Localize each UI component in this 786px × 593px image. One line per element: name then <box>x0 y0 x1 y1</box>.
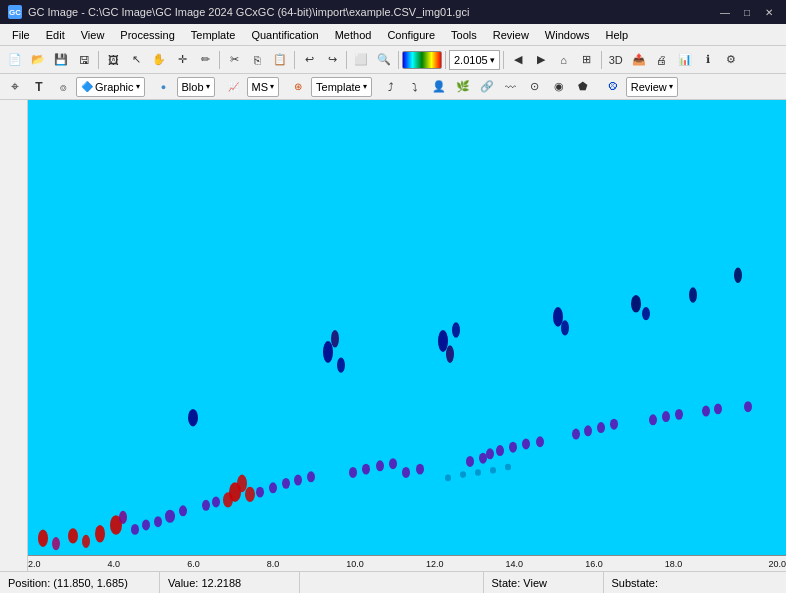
x-label-6: 14.0 <box>506 559 524 569</box>
menu-item-help[interactable]: Help <box>597 24 636 45</box>
x-axis-bar: 2.0 4.0 6.0 8.0 10.0 12.0 14.0 16.0 18.0… <box>28 555 786 571</box>
undo-button[interactable]: ↩ <box>298 49 320 71</box>
tb-btn-8[interactable]: ◉ <box>548 76 570 98</box>
new-button[interactable]: 📄 <box>4 49 26 71</box>
menu-item-view[interactable]: View <box>73 24 113 45</box>
crosshair-button[interactable]: ✛ <box>171 49 193 71</box>
menu-item-review[interactable]: Review <box>485 24 537 45</box>
minimize-button[interactable]: — <box>716 5 734 19</box>
template-icon[interactable]: ⊛ <box>287 76 309 98</box>
svg-point-61 <box>460 471 466 478</box>
3d-button[interactable]: 3D <box>605 49 627 71</box>
save-as-button[interactable]: 🖫 <box>73 49 95 71</box>
svg-point-57 <box>714 403 722 414</box>
separator-t1 <box>147 76 151 98</box>
svg-point-28 <box>349 467 357 478</box>
cursor-tool[interactable]: ⌖ <box>4 76 26 98</box>
separator-5 <box>398 51 399 69</box>
menu-item-windows[interactable]: Windows <box>537 24 598 45</box>
forward-button[interactable]: ▶ <box>530 49 552 71</box>
separator-3 <box>294 51 295 69</box>
tb-btn-9[interactable]: ⬟ <box>572 76 594 98</box>
tb-btn-7[interactable]: ⊙ <box>524 76 546 98</box>
menu-item-method[interactable]: Method <box>327 24 380 45</box>
menu-item-template[interactable]: Template <box>183 24 244 45</box>
hand-button[interactable]: ✋ <box>148 49 170 71</box>
svg-point-35 <box>446 345 454 363</box>
tb-btn-5[interactable]: 🔗 <box>476 76 498 98</box>
copy-button[interactable]: ⎘ <box>246 49 268 71</box>
template-group[interactable]: Template ▾ <box>311 77 372 97</box>
pencil-button[interactable]: ✏ <box>194 49 216 71</box>
x-label-4: 10.0 <box>346 559 364 569</box>
report-button[interactable]: 📊 <box>674 49 696 71</box>
print-button[interactable]: 🖨 <box>651 49 673 71</box>
close-button[interactable]: ✕ <box>760 5 778 19</box>
svg-point-47 <box>584 425 592 436</box>
svg-point-40 <box>496 445 504 456</box>
menu-item-processing[interactable]: Processing <box>112 24 182 45</box>
settings-button[interactable]: ⚙ <box>720 49 742 71</box>
substate-label: Substate: <box>612 577 658 589</box>
redo-button[interactable]: ↪ <box>321 49 343 71</box>
x-label-2: 6.0 <box>187 559 200 569</box>
svg-point-4 <box>82 535 90 548</box>
review-group[interactable]: Review ▾ <box>626 77 678 97</box>
y-axis-ruler <box>0 100 28 571</box>
blob-icon[interactable]: ● <box>153 76 175 98</box>
svg-point-3 <box>68 528 78 543</box>
lasso-tool[interactable]: ⌾ <box>52 76 74 98</box>
menu-item-configure[interactable]: Configure <box>379 24 443 45</box>
cut-button[interactable]: ✂ <box>223 49 245 71</box>
tb-btn-6[interactable]: 〰 <box>500 76 522 98</box>
blob-group[interactable]: Blob ▾ <box>177 77 215 97</box>
color-bar-button[interactable] <box>402 51 442 69</box>
x-label-3: 8.0 <box>267 559 280 569</box>
image-button[interactable]: 🖼 <box>102 49 124 71</box>
zoom-dropdown[interactable]: 2.0105 ▾ <box>449 50 500 70</box>
svg-point-63 <box>490 467 496 474</box>
tb-btn-1[interactable]: ⤴ <box>380 76 402 98</box>
back-button[interactable]: ◀ <box>507 49 529 71</box>
app-icon: GC <box>8 5 22 19</box>
svg-point-64 <box>505 464 511 471</box>
home-button[interactable]: ⌂ <box>553 49 575 71</box>
menu-item-edit[interactable]: Edit <box>38 24 73 45</box>
tb-btn-4[interactable]: 🌿 <box>452 76 474 98</box>
menu-item-file[interactable]: File <box>4 24 38 45</box>
open-button[interactable]: 📂 <box>27 49 49 71</box>
fit-button[interactable]: ⊞ <box>576 49 598 71</box>
separator-t2 <box>217 76 221 98</box>
svg-point-7 <box>119 511 127 524</box>
graphic-arrow: ▾ <box>136 82 140 91</box>
info-button[interactable]: ℹ <box>697 49 719 71</box>
ms-group[interactable]: MS ▾ <box>247 77 280 97</box>
menu-item-tools[interactable]: Tools <box>443 24 485 45</box>
title-bar-left: GC GC Image - C:\GC Image\GC Image 2024 … <box>8 5 469 19</box>
position-label: Position: <box>8 577 50 589</box>
x-label-8: 18.0 <box>665 559 683 569</box>
export-button[interactable]: 📤 <box>628 49 650 71</box>
review-icon[interactable]: ⭙ <box>602 76 624 98</box>
state-label: State: View <box>492 577 547 589</box>
tb-btn-3[interactable]: 👤 <box>428 76 450 98</box>
chart-area[interactable]: 2.0 4.0 6.0 2.0 4.0 6.0 8.0 10.0 12.0 14… <box>28 100 786 571</box>
chart-icon[interactable]: 📈 <box>223 76 245 98</box>
svg-point-1 <box>38 529 48 547</box>
zoom-in-button[interactable]: 🔍 <box>373 49 395 71</box>
save-button[interactable]: 💾 <box>50 49 72 71</box>
svg-point-41 <box>509 442 517 453</box>
svg-point-19 <box>245 487 255 502</box>
tb-btn-2[interactable]: ⤵ <box>404 76 426 98</box>
select-button[interactable]: ⬜ <box>350 49 372 71</box>
pointer-button[interactable]: ↖ <box>125 49 147 71</box>
svg-point-54 <box>675 409 683 420</box>
menu-item-quantification[interactable]: Quantification <box>243 24 326 45</box>
svg-point-5 <box>95 525 105 543</box>
svg-point-14 <box>202 500 210 511</box>
paste-button[interactable]: 📋 <box>269 49 291 71</box>
graphic-group[interactable]: 🔷 Graphic ▾ <box>76 77 145 97</box>
text-tool[interactable]: T <box>28 76 50 98</box>
svg-point-22 <box>282 478 290 489</box>
maximize-button[interactable]: □ <box>738 5 756 19</box>
